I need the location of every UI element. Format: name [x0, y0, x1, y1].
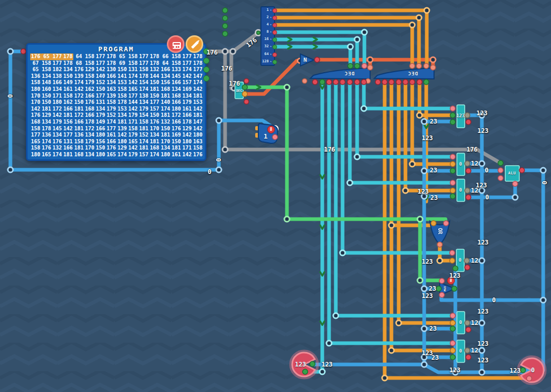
- circuit-canvas[interactable]: PROGRAM 17665177178641581771786515817717…: [0, 0, 551, 392]
- program-cell: 158: [84, 53, 95, 60]
- program-cell: 158: [30, 126, 41, 132]
- program-cell: 174: [192, 79, 203, 86]
- wire-label: 123: [477, 340, 489, 347]
- program-cell: 168: [160, 86, 171, 93]
- wire-label: 176: [221, 65, 232, 72]
- program-cell: 177: [181, 60, 192, 67]
- wire-label: 0: [7, 94, 14, 98]
- program-cell: 140: [95, 73, 106, 80]
- program-cell: 180: [171, 106, 182, 113]
- program-panel[interactable]: PROGRAM 17665177178641581771786515817717…: [26, 43, 206, 161]
- splitter-pin-4[interactable]: 4▸: [261, 22, 274, 29]
- splitter-pin-32[interactable]: 32▸: [261, 44, 274, 51]
- program-cell: 177: [138, 60, 149, 67]
- wire-label: 0: [492, 296, 495, 304]
- wire-label: 123: [477, 357, 489, 364]
- program-cell: 180: [160, 152, 171, 158]
- splitter-pin-128[interactable]: 128▸: [261, 59, 274, 66]
- splitter-pin-16[interactable]: 16▸: [261, 36, 274, 44]
- splitter-pin-1[interactable]: 1▸: [261, 7, 274, 15]
- program-cell: 174: [73, 79, 84, 86]
- program-cell: 150: [95, 86, 106, 93]
- program-cell: 178: [138, 73, 149, 80]
- program-cell: 134: [52, 132, 63, 139]
- program-cell: 129: [84, 66, 95, 73]
- program-cell: 134: [160, 145, 171, 152]
- program-output-pin-3[interactable]: [203, 66, 209, 73]
- decoder-right-label: DEC: [408, 71, 418, 76]
- program-cell: 142: [117, 132, 128, 139]
- program-cell: 177: [95, 53, 106, 60]
- register-4-value: 0: [458, 258, 461, 263]
- program-cell: 158: [73, 139, 84, 145]
- program-cell: 166: [106, 73, 117, 80]
- program-cell: 150: [62, 73, 73, 80]
- program-cell: 134: [181, 93, 192, 100]
- program-cell: 179: [181, 99, 192, 106]
- program-cell: 156: [62, 119, 73, 126]
- wire-label: 12: [471, 257, 478, 264]
- program-cell: 174: [127, 73, 138, 80]
- program-cell: 177: [138, 53, 149, 60]
- program-cell: 176: [171, 126, 182, 132]
- program-cell: 166: [171, 99, 182, 106]
- program-cell: 130: [106, 66, 117, 73]
- program-cell: 166: [106, 139, 117, 145]
- program-cell: 180: [30, 152, 41, 158]
- wire-label: 23: [429, 325, 437, 332]
- program-cell: 171: [52, 93, 63, 100]
- program-cell: 158: [138, 119, 149, 126]
- program-cell: 178: [84, 119, 95, 126]
- splitter-pin-64[interactable]: 64▸: [261, 51, 274, 59]
- program-cell: 166: [62, 145, 73, 152]
- program-output-pin-4[interactable]: [203, 75, 209, 82]
- program-cell: 178: [106, 60, 117, 67]
- wire-label: 0: [215, 158, 222, 161]
- program-cell: 166: [73, 119, 84, 126]
- program-cell: 136: [73, 132, 84, 139]
- splitter-pin-2[interactable]: 2▸: [261, 15, 274, 22]
- byte-splitter[interactable]: 1▸2▸4▸8▸16▸32▸64▸128▸: [260, 6, 275, 66]
- splitter-pin-8[interactable]: 8▸: [261, 29, 274, 36]
- program-cell: 133: [171, 66, 182, 73]
- program-cell: 174: [138, 86, 149, 93]
- splitter-pin-label: 16: [265, 37, 269, 41]
- program-memory-button[interactable]: [167, 35, 185, 53]
- program-cell: 181: [73, 126, 84, 132]
- program-cell: 147: [192, 119, 203, 126]
- wire-label: 123: [422, 258, 433, 265]
- program-cell: 176: [41, 145, 52, 152]
- not-gate-label: N: [304, 57, 307, 63]
- program-cell: 157: [181, 79, 192, 86]
- program-cell: 166: [171, 79, 182, 86]
- program-cell: 153: [192, 99, 203, 106]
- program-cell: 158: [127, 60, 138, 67]
- program-cell: 166: [62, 106, 73, 113]
- program-cell: 134: [160, 73, 171, 80]
- wire-label: 176: [229, 80, 240, 87]
- wire-label: 176: [206, 49, 218, 56]
- program-cell: 170: [30, 93, 41, 100]
- program-cell: 181: [171, 145, 182, 152]
- program-cell: 142: [181, 132, 192, 139]
- program-cell: 179: [127, 152, 138, 158]
- program-cell: 168: [84, 106, 95, 113]
- program-cell: 154: [138, 79, 149, 86]
- program-cell: 180: [95, 152, 106, 158]
- program-cell: 177: [52, 53, 63, 60]
- program-cell: 177: [106, 126, 117, 132]
- program-cell: 145: [171, 73, 182, 80]
- pin-state-dot: [272, 52, 277, 57]
- program-output-pin-2[interactable]: [203, 58, 209, 64]
- program-cell: 161: [106, 132, 117, 139]
- program-cell: 156: [160, 79, 171, 86]
- program-cell: 152: [106, 112, 117, 119]
- program-cell: 147: [192, 73, 203, 80]
- program-cell: 160: [41, 86, 52, 93]
- program-cell: 177: [52, 60, 63, 67]
- program-cell: 181: [160, 93, 171, 100]
- program-cell: 181: [160, 132, 171, 139]
- program-cell: 142: [127, 106, 138, 113]
- program-edit-button[interactable]: [186, 35, 203, 53]
- program-cell: 150: [41, 93, 52, 100]
